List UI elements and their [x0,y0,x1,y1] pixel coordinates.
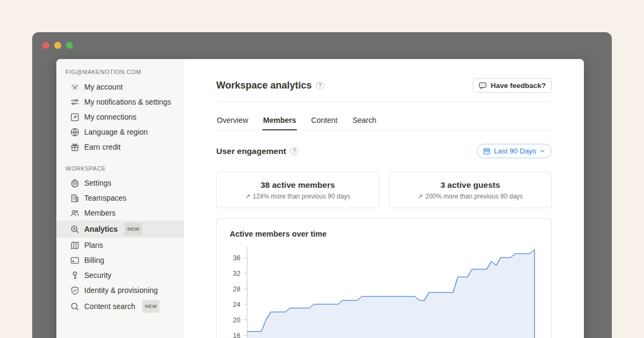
sidebar-item-security[interactable]: Security [56,268,184,283]
section-title: User engagement [216,146,286,156]
help-icon[interactable]: ? [290,147,298,155]
sidebar-item-label: Teamspaces [84,193,127,203]
speech-bubble-icon [479,82,487,90]
account-email-label: FIG@MAKENOTION.COM [56,67,184,79]
gift-icon [70,142,79,152]
sidebar-item-label: Members [84,208,115,218]
active-members-chart: 363228242016 [217,243,551,338]
y-axis-tick-label: 36 [233,254,240,262]
date-range-dropdown[interactable]: Last 90 Days [477,144,552,158]
sidebar-item-label: Content search [84,301,135,312]
tab-content[interactable]: Content [311,113,338,130]
calendar-icon [483,148,491,155]
settings-dialog: FIG@MAKENOTION.COM My accountMy notifica… [56,59,584,338]
chart-card: Active members over time 363228242016 [216,218,552,338]
analytics-tabs: OverviewMembersContentSearch [216,113,552,130]
sidebar-item-content-search[interactable]: Content searchNEW [56,298,184,315]
sidebar-item-my-notifications-settings[interactable]: My notifications & settings [56,94,184,109]
sidebar-item-members[interactable]: Members [56,205,184,221]
date-range-label: Last 90 Days [494,147,536,155]
sidebar-item-label: My notifications & settings [84,97,171,107]
have-feedback-button[interactable]: Have feedback? [473,78,552,93]
stat-value: 3 active guests [441,180,500,190]
page-title: Workspace analytics [216,80,312,91]
y-axis-tick-label: 24 [233,301,240,308]
y-axis-tick-label: 32 [233,270,240,277]
area-chart-svg: 363228242016 [217,243,552,338]
magnifier-icon [70,302,79,311]
chevron-down-icon [539,148,545,154]
tab-overview[interactable]: Overview [216,113,248,130]
stat-cards-row: 38 active members↗124% more than previou… [216,172,552,208]
sliders-icon [70,97,79,107]
sidebar-item-plans[interactable]: Plans [56,238,184,253]
building-icon [70,193,79,203]
window-minimize-button[interactable] [54,42,61,49]
sidebar-item-my-account[interactable]: My account [56,79,184,94]
stat-card: 38 active members↗124% more than previou… [216,172,379,208]
sidebar-item-label: My connections [84,112,136,122]
map-icon [70,240,79,250]
magnifier-plus-icon [70,224,79,234]
sidebar-item-label: Security [84,270,112,281]
people-icon [70,208,79,218]
tab-search[interactable]: Search [352,113,377,130]
y-axis-tick-label: 28 [233,285,240,293]
app-window: FIG@MAKENOTION.COM My accountMy notifica… [32,32,612,338]
credit-card-icon [70,255,79,265]
sidebar-item-settings[interactable]: Settings [56,175,184,190]
globe-icon [70,127,79,137]
y-axis-tick-label: 16 [233,332,240,338]
workspace-section-label: Workspace [56,155,184,175]
workspace-nav: SettingsTeamspacesMembersAnalyticsNEWPla… [56,175,184,315]
stat-value: 38 active members [260,180,335,190]
arrow-up-right-icon [70,112,79,122]
sidebar-item-teamspaces[interactable]: Teamspaces [56,190,184,205]
sidebar-item-identity-provisioning[interactable]: Identity & provisioning [56,283,184,298]
sidebar-item-label: Language & region [84,127,148,137]
sidebar-item-label: Identity & provisioning [84,285,158,296]
stat-delta: ↗124% more than previous 90 days [245,193,350,200]
sidebar-item-analytics[interactable]: AnalyticsNEW [56,221,184,238]
trend-up-icon: ↗ [418,193,423,200]
stat-delta-text: 124% more than previous 90 days [253,193,350,200]
key-icon [70,270,79,280]
window-titlebar [32,32,612,58]
sidebar-item-label: My account [84,82,123,92]
trend-up-icon: ↗ [245,193,251,200]
window-close-button[interactable] [42,42,49,49]
sidebar-item-label: Settings [84,178,112,188]
tab-members[interactable]: Members [262,113,296,130]
sidebar-item-my-connections[interactable]: My connections [56,109,184,124]
page-header: Workspace analytics ? Have feedback? [216,78,552,93]
settings-content: Workspace analytics ? Have feedback? Ove… [184,59,584,338]
sidebar-item-billing[interactable]: Billing [56,253,184,268]
sidebar-item-label: Billing [84,255,104,266]
settings-sidebar: FIG@MAKENOTION.COM My accountMy notifica… [56,59,184,338]
chart-title: Active members over time [230,230,551,238]
sidebar-item-earn-credit[interactable]: Earn credit [56,139,184,155]
engagement-header: User engagement ? Last 90 Days [216,144,552,158]
new-badge: NEW [125,223,142,236]
sidebar-item-language-region[interactable]: Language & region [56,124,184,139]
header-divider [216,101,552,102]
chart-area-fill [247,250,535,338]
have-feedback-label: Have feedback? [491,82,546,90]
stat-delta: ↗200% more than previous 90 days [418,193,523,200]
help-icon[interactable]: ? [316,82,324,90]
avatar-icon [70,82,79,92]
sidebar-item-label: Analytics [84,224,118,234]
new-badge: NEW [142,300,160,313]
account-nav: My accountMy notifications & settingsMy … [56,79,184,155]
stat-delta-text: 200% more than previous 90 days [425,193,523,200]
sidebar-item-label: Earn credit [84,142,121,152]
sidebar-item-label: Plans [84,240,103,251]
shield-check-icon [70,285,79,295]
window-zoom-button[interactable] [66,42,73,49]
stat-card: 3 active guests↗200% more than previous … [389,172,552,208]
y-axis-tick-label: 20 [233,317,240,324]
gear-icon [70,178,79,188]
